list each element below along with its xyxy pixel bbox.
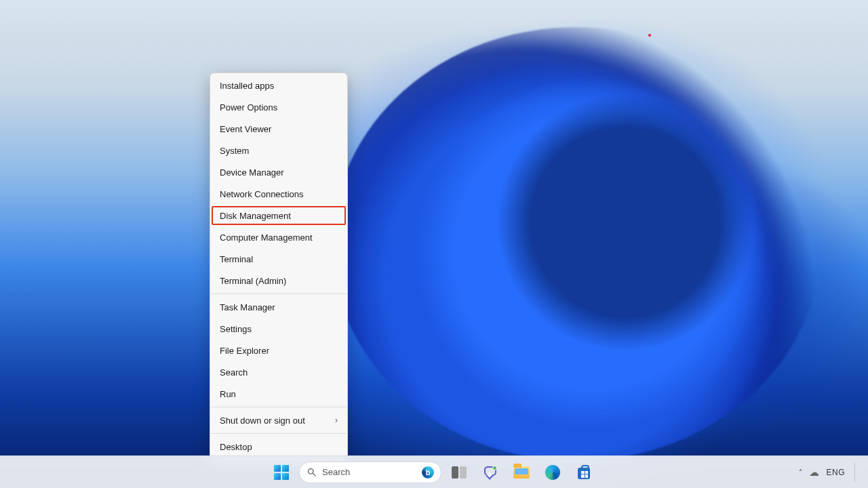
menu-item-label: Terminal (Admin): [220, 276, 286, 286]
menu-item-label: Power Options: [220, 102, 277, 113]
menu-item-label: Network Connections: [220, 189, 304, 199]
svg-line-1: [313, 473, 315, 476]
menu-separator: [211, 293, 347, 294]
chat-icon: [483, 465, 498, 480]
menu-item-search[interactable]: Search: [210, 361, 347, 383]
menu-item-label: Event Viewer: [220, 124, 271, 134]
bing-icon: b: [422, 466, 434, 479]
menu-item-label: Settings: [220, 324, 252, 334]
taskbar-search-box[interactable]: Search b: [299, 462, 441, 483]
chevron-right-icon: ›: [335, 415, 338, 425]
store-button[interactable]: [570, 459, 597, 486]
menu-item-device-manager[interactable]: Device Manager: [210, 161, 347, 183]
menu-item-disk-management[interactable]: Disk Management: [210, 205, 347, 226]
tray-overflow-button[interactable]: ˄: [799, 468, 802, 476]
menu-item-label: Disk Management: [220, 211, 291, 221]
edge-button[interactable]: [539, 459, 566, 486]
menu-item-label: System: [220, 146, 249, 156]
menu-item-label: Terminal: [220, 254, 253, 264]
menu-item-label: Run: [220, 389, 236, 399]
menu-item-network-connections[interactable]: Network Connections: [210, 183, 347, 205]
file-explorer-button[interactable]: [508, 459, 535, 486]
start-button[interactable]: [268, 459, 295, 486]
menu-item-file-explorer[interactable]: File Explorer: [210, 340, 347, 361]
desktop-wallpaper[interactable]: Installed appsPower OptionsEvent ViewerS…: [0, 0, 868, 488]
weather-tray-icon[interactable]: ☁: [809, 466, 819, 479]
menu-item-run[interactable]: Run: [210, 383, 347, 405]
menu-item-label: File Explorer: [220, 346, 269, 356]
menu-item-computer-management[interactable]: Computer Management: [210, 226, 347, 248]
menu-item-label: Installed apps: [220, 81, 274, 91]
menu-separator: [211, 433, 347, 434]
menu-item-event-viewer[interactable]: Event Viewer: [210, 118, 347, 140]
menu-item-terminal[interactable]: Terminal: [210, 248, 347, 270]
menu-item-label: Device Manager: [220, 167, 284, 178]
menu-item-label: Task Manager: [220, 302, 275, 312]
store-icon: [576, 465, 591, 480]
menu-item-power-options[interactable]: Power Options: [210, 96, 347, 118]
menu-item-label: Desktop: [220, 442, 252, 452]
annotation-dot: [648, 34, 651, 37]
svg-point-0: [309, 469, 314, 474]
menu-separator: [211, 407, 347, 407]
system-tray: ˄ ☁ ENG: [793, 456, 865, 488]
menu-item-label: Computer Management: [220, 232, 313, 243]
language-indicator[interactable]: ENG: [826, 468, 845, 477]
menu-item-system[interactable]: System: [210, 140, 347, 161]
menu-item-task-manager[interactable]: Task Manager: [210, 296, 347, 318]
show-desktop-sliver[interactable]: [854, 463, 860, 482]
menu-item-desktop[interactable]: Desktop: [210, 436, 347, 458]
chat-button[interactable]: [477, 459, 504, 486]
menu-item-settings[interactable]: Settings: [210, 318, 347, 340]
search-placeholder: Search: [322, 467, 350, 477]
task-view-button[interactable]: [446, 459, 473, 486]
task-view-icon: [452, 466, 467, 479]
menu-item-label: Search: [220, 367, 248, 378]
windows-logo-icon: [274, 465, 289, 480]
taskbar: Search b ˄ ☁ ENG: [0, 455, 868, 488]
winx-context-menu: Installed appsPower OptionsEvent ViewerS…: [210, 73, 348, 460]
search-icon: [307, 467, 317, 477]
menu-item-label: Shut down or sign out: [220, 415, 305, 426]
menu-item-installed-apps[interactable]: Installed apps: [210, 75, 347, 96]
edge-icon: [545, 465, 560, 480]
menu-item-shut-down[interactable]: Shut down or sign out›: [210, 409, 347, 431]
folder-icon: [513, 466, 530, 479]
menu-item-terminal-admin[interactable]: Terminal (Admin): [210, 270, 347, 291]
